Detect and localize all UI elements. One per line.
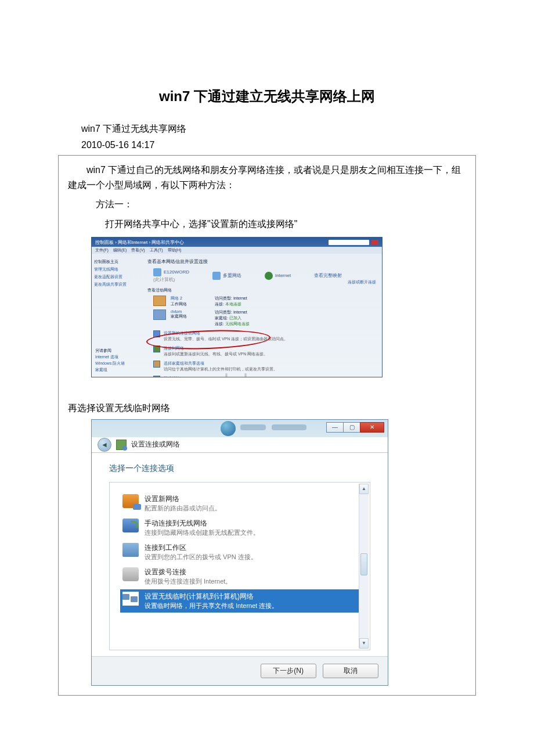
between-shots-text: 再选择设置无线临时网络 — [68, 401, 466, 416]
troubleshoot-icon — [153, 376, 160, 377]
network-thumb-icon — [153, 309, 166, 320]
wireless-icon — [122, 519, 139, 532]
menu-edit[interactable]: 编辑(E) — [113, 247, 127, 253]
opt-title: 设置无线临时(计算机到计算机)网络 — [145, 592, 278, 602]
opt-desc: 使用拨号连接连接到 Internet。 — [145, 577, 232, 586]
net1-sub: 工作网络 — [171, 301, 187, 307]
opt-title: 设置拨号连接 — [145, 567, 232, 577]
map-internet-label: Internet — [275, 273, 291, 278]
wizard-icon — [116, 440, 127, 450]
method1-label: 方法一： — [68, 197, 466, 212]
map-pc-name: E120WORD — [164, 269, 189, 275]
menu-bar: 文件(F) 编辑(E) 查看(V) 工具(T) 帮助(H) — [92, 247, 382, 254]
sidebar-link-advanced-sharing[interactable]: 更改高级共享设置 — [94, 282, 140, 287]
sidebar-link-adapter-settings[interactable]: 更改适配器设置 — [94, 274, 140, 280]
net2-v2[interactable]: 已加入 — [229, 316, 241, 320]
titlebar-blur — [272, 424, 306, 430]
opt-desc: 连接到隐藏网络或创建新无线配置文件。 — [145, 528, 259, 537]
cancel-button[interactable]: 取消 — [323, 664, 378, 678]
homegroup-icon — [153, 361, 160, 368]
document-page: win7 下通过建立无线共享网络上网 win7 下通过无线共享网络 2010-0… — [0, 0, 534, 730]
active-network-1: 网络 2 工作网络 访问类型: Internet 连接: 本地连接 — [153, 296, 377, 307]
sidebar-heading: 控制面板主页 — [94, 259, 140, 265]
sidebar-link-manage-wireless[interactable]: 管理无线网络 — [94, 267, 140, 272]
opt-desc: 设置到您的工作区的拨号或 VPN 连接。 — [145, 553, 257, 561]
net2-k3: 连接: — [215, 322, 224, 326]
network-map: E120WORD(此计算机) 多重网络 Internet 查看完整映射 — [153, 268, 377, 283]
net1-v1: Internet — [233, 296, 247, 300]
option-connect-workplace[interactable]: 连接到工作区 设置到您的工作区的拨号或 VPN 连接。 — [120, 541, 364, 564]
opt-desc: 设置临时网络，用于共享文件或 Internet 连接。 — [145, 602, 278, 610]
screenshot-network-sharing-center: 控制面板 › 网络和Internet › 网络和共享中心 文件(F) 编辑(E)… — [91, 237, 383, 377]
search-input[interactable] — [329, 240, 369, 245]
net2-v3[interactable]: 无线网络连接 — [225, 322, 250, 326]
see-also-homegroup[interactable]: 家庭组 — [95, 367, 125, 373]
wizard-title: 设置连接或网络 — [131, 440, 180, 449]
task-troubleshoot[interactable]: 疑难解答 诊断并修复网络问题，或获得故障排除信息。 — [153, 376, 377, 377]
menu-tools[interactable]: 工具(T) — [150, 247, 163, 253]
method1-step1: 打开网络共享中心，选择"设置新的连或接网络" — [68, 217, 466, 232]
opt-title: 手动连接到无线网络 — [145, 519, 259, 528]
globe-icon — [265, 272, 273, 280]
network-thumb-icon — [153, 296, 166, 306]
adhoc-icon — [122, 592, 139, 606]
option-adhoc-wireless-selected[interactable]: 设置无线临时(计算机到计算机)网络 设置临时网络，用于共享文件或 Interne… — [120, 589, 364, 613]
see-also-firewall[interactable]: Windows 防火墙 — [95, 361, 125, 366]
window-titlebar: — ▢ ✕ — [92, 420, 388, 437]
map-pc-sub: (此计算机) — [153, 277, 175, 282]
menu-view[interactable]: 查看(V) — [131, 247, 145, 253]
net2-k1: 访问类型: — [215, 310, 232, 314]
opt2-desc: 连接到或重新连接到无线、有线、拨号或 VPN 网络连接。 — [164, 351, 268, 357]
wizard-footer: 下一步(N) 取消 — [92, 656, 388, 685]
workplace-icon — [122, 543, 139, 557]
net2-name: dvtom — [171, 309, 187, 314]
close-button[interactable]: ✕ — [360, 422, 384, 433]
net1-v2[interactable]: 本地连接 — [225, 302, 241, 306]
net1-k2: 连接: — [215, 302, 224, 306]
main-panel: 查看基本网络信息并设置连接 E120WORD(此计算机) 多重网络 Intern… — [143, 254, 382, 377]
breadcrumb: 控制面板 › 网络和Internet › 网络和共享中心 — [95, 239, 184, 246]
router-icon — [122, 494, 139, 508]
maximize-button[interactable]: ▢ — [343, 422, 360, 433]
net2-k2: 家庭组: — [215, 316, 228, 320]
back-button[interactable]: ◄ — [98, 438, 111, 452]
scroll-up-icon[interactable]: ▲ — [359, 484, 369, 494]
menu-file[interactable]: 文件(F) — [95, 247, 109, 253]
minimize-button[interactable]: — — [326, 422, 344, 433]
net1-k1: 访问类型: — [215, 296, 232, 300]
doc-title: win7 下通过建立无线共享网络上网 — [58, 87, 476, 106]
content-frame: win7 下通过自己的无线网络和朋友分享网络连接，或者说是只是朋友之间相互连接一… — [58, 155, 476, 696]
option-dialup[interactable]: 设置拨号连接 使用拨号连接连接到 Internet。 — [120, 565, 364, 588]
see-also-internet-options[interactable]: Internet 选项 — [95, 354, 125, 360]
option-setup-new-network[interactable]: 设置新网络 配置新的路由器或访问点。 — [120, 492, 364, 515]
menu-help[interactable]: 帮助(H) — [168, 247, 182, 253]
scrollbar[interactable]: ▲ ▼ — [359, 484, 369, 649]
panel-title: 选择一个连接选项 — [109, 463, 370, 474]
wizard-header: ◄ 设置连接或网络 — [92, 437, 388, 453]
view-full-map-link[interactable]: 查看完整映射 — [314, 272, 342, 279]
scroll-thumb[interactable] — [360, 553, 367, 575]
network-icon — [212, 272, 221, 280]
opt4-title: 疑难解答 — [164, 376, 245, 377]
task-homegroup-sharing[interactable]: 选择家庭组和共享选项 访问位于其他网络计算机上的文件和打印机，或更改共享设置。 — [153, 361, 377, 372]
scroll-down-icon[interactable]: ▼ — [359, 638, 369, 649]
doc-timestamp: 2010-05-16 14:17 — [81, 140, 476, 150]
phone-icon — [122, 567, 139, 581]
main-heading: 查看基本网络信息并设置连接 — [147, 258, 377, 265]
next-button[interactable]: 下一步(N) — [261, 664, 316, 678]
see-also: 另请参阅 Internet 选项 Windows 防火墙 家庭组 — [95, 347, 125, 373]
opt3-desc: 访问位于其他网络计算机上的文件和打印机，或更改共享设置。 — [164, 366, 277, 372]
connect-disconnect-link[interactable]: 连接或断开连接 — [348, 279, 376, 285]
net2-sub: 家庭网络 — [171, 314, 187, 319]
net2-v1: Internet — [233, 310, 247, 314]
globe-icon — [221, 421, 236, 436]
close-icon[interactable] — [371, 240, 378, 245]
wizard-panel: 选择一个连接选项 设置新网络 配置新的路由器或访问点。 手动连接到无线网络 — [92, 453, 388, 656]
intro-paragraph: win7 下通过自己的无线网络和朋友分享网络连接，或者说是只是朋友之间相互连接一… — [68, 163, 466, 192]
opt-desc: 配置新的路由器或访问点。 — [145, 504, 221, 513]
address-bar: 控制面板 › 网络和Internet › 网络和共享中心 — [92, 237, 382, 247]
opt-title: 连接到工作区 — [145, 543, 257, 553]
option-manual-wireless[interactable]: 手动连接到无线网络 连接到隐藏网络或创建新无线配置文件。 — [120, 516, 364, 539]
net1-name: 网络 2 — [171, 296, 187, 301]
options-list: 设置新网络 配置新的路由器或访问点。 手动连接到无线网络 连接到隐藏网络或创建新… — [109, 482, 370, 650]
